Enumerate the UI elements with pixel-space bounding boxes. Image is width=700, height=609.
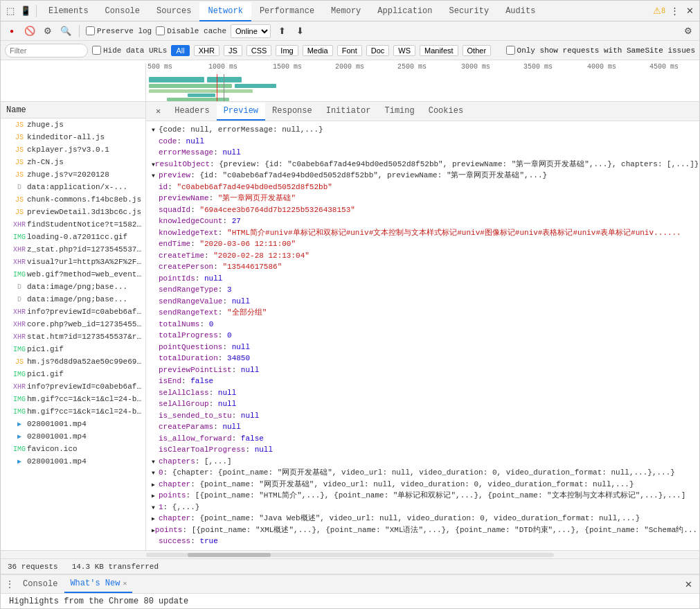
- json-line[interactable]: points: [{point_name: "XML概述",...}, {poi…: [146, 524, 699, 536]
- close-bottom-icon[interactable]: ✕: [681, 577, 695, 591]
- filter-xhr[interactable]: XHR: [194, 45, 219, 56]
- bottom-tab-whatsnew[interactable]: What's New ✕: [64, 575, 132, 593]
- file-item[interactable]: JSchunk-commons.f14bc8eb.js: [1, 193, 145, 206]
- record-button[interactable]: ●: [5, 24, 19, 38]
- file-item[interactable]: IMGfavicon.ico: [1, 443, 145, 455]
- json-line[interactable]: previewName: "第一章网页开发基础": [146, 193, 699, 204]
- json-line[interactable]: is_sended_to_stu: null: [146, 410, 699, 422]
- json-line[interactable]: points: [{point_name: "HTML简介",...}, {po…: [146, 490, 699, 502]
- horizontal-scrollbar[interactable]: [1, 550, 699, 558]
- tab-network[interactable]: Network: [199, 2, 251, 21]
- file-item[interactable]: IMGhm.gif?cc=1&ck=1&cl=24-bit...: [1, 393, 145, 405]
- file-list[interactable]: JSzhuge.jsJSkindeditor-all.jsJSckplayer.…: [1, 118, 145, 550]
- preserve-log-checkbox[interactable]: Preserve log: [86, 26, 152, 35]
- tab-elements[interactable]: Elements: [40, 2, 97, 21]
- file-item[interactable]: XHRvisual?url=http%3A%2F%2Fstu...: [1, 256, 145, 268]
- json-line[interactable]: code: null: [146, 136, 699, 148]
- sub-tab-initiator[interactable]: Initiator: [319, 103, 378, 121]
- clear-button[interactable]: 🚫: [23, 24, 37, 38]
- json-line[interactable]: knowledgeText: "HTML简介#univ#单标记和双标记#univ…: [146, 227, 699, 239]
- scroll-thumb[interactable]: [188, 553, 271, 557]
- filter-manifest[interactable]: Manifest: [420, 45, 458, 56]
- filter-css[interactable]: CSS: [246, 45, 272, 56]
- file-item[interactable]: XHRfindStudentNotice?t=15828897...: [1, 218, 145, 231]
- filter-icon[interactable]: ⚙: [41, 24, 55, 38]
- filter-img[interactable]: Img: [276, 45, 298, 56]
- file-item[interactable]: IMGweb.gif?method=web_event_si...: [1, 268, 145, 281]
- json-line[interactable]: success: true: [146, 536, 699, 547]
- file-item[interactable]: JSkindeditor-all.js: [1, 131, 145, 143]
- json-line[interactable]: preview: {id: "c0abeb6af7ad4e94bd0ed5052…: [146, 170, 699, 182]
- file-item[interactable]: IMGloading-0.a72011cc.gif: [1, 231, 145, 243]
- file-item[interactable]: XHRz_stat.php?id=1273545537&sh...: [1, 243, 145, 256]
- file-item[interactable]: JSzhuge.js: [1, 118, 145, 131]
- sub-tab-response[interactable]: Response: [265, 103, 319, 121]
- file-item[interactable]: JShm.js?6d8d9a52ae50c99e6981...: [1, 355, 145, 368]
- tab-application[interactable]: Application: [369, 2, 440, 21]
- json-line[interactable]: {code: null, errorMessage: null,...}: [146, 124, 699, 136]
- bottom-tab-close-icon[interactable]: ✕: [123, 579, 127, 588]
- settings-icon[interactable]: ⚙: [681, 24, 695, 38]
- file-item[interactable]: JSzh-CN.js: [1, 156, 145, 168]
- json-line[interactable]: id: "c0abeb6af7ad4e94bd0ed5052d8f52bb": [146, 182, 699, 193]
- json-line[interactable]: resultObject: {preview: {id: "c0abeb6af7…: [146, 159, 699, 170]
- sub-tab-preview[interactable]: Preview: [217, 103, 265, 121]
- expand-triangle[interactable]: [152, 490, 159, 502]
- file-item[interactable]: ▶028001001.mp4: [1, 418, 145, 430]
- sub-tab-cookies[interactable]: Cookies: [422, 103, 470, 121]
- file-item[interactable]: XHRinfo?previewId=c0abeb6af7ad...: [1, 306, 145, 318]
- close-devtools-icon[interactable]: ✕: [683, 4, 697, 18]
- hide-data-urls-checkbox[interactable]: Hide data URLs: [92, 46, 167, 55]
- file-item[interactable]: XHRcore.php?web_id=1273545537: [1, 318, 145, 330]
- json-line[interactable]: totalDuration: 34850: [146, 353, 699, 364]
- expand-triangle[interactable]: [152, 479, 159, 491]
- json-line[interactable]: createTime: "2020-02-28 12:13:04": [146, 250, 699, 262]
- expand-triangle[interactable]: [152, 467, 159, 479]
- file-item[interactable]: XHRstat.htm?id=1273545537&r=ht...: [1, 330, 145, 343]
- device-icon[interactable]: 📱: [19, 4, 33, 18]
- warning-badge[interactable]: ⚠8: [652, 4, 666, 18]
- sub-tab-headers[interactable]: Headers: [168, 103, 216, 121]
- json-line[interactable]: endTime: "2020-03-06 12:11:00": [146, 238, 699, 250]
- tab-console[interactable]: Console: [97, 2, 148, 21]
- json-line[interactable]: previewPointList: null: [146, 364, 699, 376]
- search-icon[interactable]: 🔍: [59, 24, 73, 38]
- json-line[interactable]: selAllGroup: null: [146, 398, 699, 410]
- filter-js[interactable]: JS: [224, 45, 242, 56]
- sub-tab-timing[interactable]: Timing: [378, 103, 422, 121]
- tab-sources[interactable]: Sources: [148, 2, 199, 21]
- expand-triangle[interactable]: [152, 170, 159, 182]
- file-item[interactable]: IMGpic1.gif: [1, 368, 145, 380]
- json-viewer[interactable]: {code: null, errorMessage: null,...} cod…: [146, 121, 699, 550]
- upload-icon[interactable]: ⬆: [275, 24, 289, 38]
- json-line[interactable]: sendRangeValue: null: [146, 296, 699, 308]
- tab-security[interactable]: Security: [441, 2, 498, 21]
- json-line[interactable]: squadId: "69a4cee3b6764dd7b1225b53264381…: [146, 204, 699, 216]
- file-item[interactable]: JSzhuge.js?v=2020128: [1, 168, 145, 181]
- more-options-icon[interactable]: ⋮: [667, 4, 681, 18]
- inspect-icon[interactable]: ⬚: [3, 4, 17, 18]
- file-item[interactable]: JSckplayer.js?v3.0.1: [1, 143, 145, 156]
- file-item[interactable]: ▶028001001.mp4: [1, 455, 145, 468]
- expand-triangle[interactable]: [152, 513, 159, 524]
- json-line[interactable]: sendRangeText: "全部分组": [146, 307, 699, 319]
- filter-input[interactable]: [5, 44, 88, 58]
- throttle-select[interactable]: Online: [231, 24, 271, 38]
- json-line[interactable]: is_allow_forward: false: [146, 433, 699, 445]
- download-icon[interactable]: ⬇: [293, 24, 307, 38]
- disable-cache-checkbox[interactable]: Disable cache: [156, 26, 226, 35]
- sub-tab-close[interactable]: ✕: [149, 103, 168, 121]
- json-line[interactable]: isClearToalProgress: null: [146, 444, 699, 456]
- json-line[interactable]: knowledgeCount: 27: [146, 215, 699, 227]
- json-line[interactable]: errorMessage: null: [146, 147, 699, 159]
- json-line[interactable]: chapter: {point_name: "Java Web概述", vide…: [146, 513, 699, 524]
- filter-doc[interactable]: Doc: [366, 45, 390, 56]
- json-line[interactable]: chapter: {point_name: "网页开发基础", video_ur…: [146, 479, 699, 491]
- filter-media[interactable]: Media: [303, 45, 333, 56]
- bottom-tab-console[interactable]: Console: [17, 575, 63, 593]
- expand-triangle[interactable]: [152, 124, 159, 136]
- json-line[interactable]: pointIds: null: [146, 273, 699, 285]
- file-item[interactable]: IMGpic1.gif: [1, 343, 145, 355]
- json-line[interactable]: totalProgress: 0: [146, 330, 699, 342]
- json-line[interactable]: isEnd: false: [146, 376, 699, 387]
